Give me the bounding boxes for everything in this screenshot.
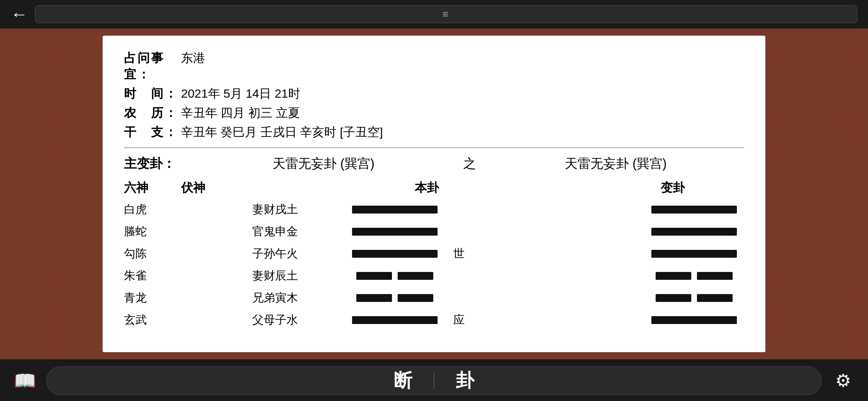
- subject-value: 东港: [181, 50, 205, 66]
- liushen-1: 白虎: [124, 202, 181, 217]
- liushen-4: 朱雀: [124, 268, 181, 284]
- solid-line: [651, 250, 737, 258]
- gua-table: 白虎 妻财戌土 螣蛇 官鬼申金: [124, 202, 744, 328]
- ganzhi-label: 干 支：: [124, 124, 181, 140]
- yao-name-5: 兄弟寅木: [252, 290, 345, 306]
- yao-name-2: 官鬼申金: [252, 224, 345, 240]
- table-row: 勾陈 子孙午火 世: [124, 246, 744, 262]
- solid-line: [352, 228, 438, 236]
- bottom-main-button[interactable]: 断 卦: [46, 366, 822, 395]
- back-button[interactable]: ←: [11, 6, 28, 23]
- broken-line: [356, 272, 433, 280]
- top-search-bar[interactable]: ≡: [35, 5, 857, 23]
- time-value: 2021年 5月 14日 21时: [181, 86, 300, 102]
- broken-line: [356, 294, 433, 302]
- zhi-label: 之: [452, 155, 487, 173]
- book-icon-glyph: 📖: [14, 370, 36, 391]
- bian-lines-5: [644, 294, 744, 302]
- duan-button-text: 断: [394, 368, 412, 393]
- bian-lines-1: [644, 206, 744, 214]
- table-row: 朱雀 妻财辰土: [124, 268, 744, 284]
- solid-line: [651, 228, 737, 236]
- info-section: 占问事宜： 东港 时 间： 2021年 5月 14日 21时 农 历： 辛丑年 …: [124, 50, 744, 140]
- solid-line: [352, 206, 438, 214]
- yao-lines-2: [345, 228, 445, 236]
- button-separator: [434, 372, 434, 390]
- broken-line: [656, 294, 733, 302]
- marker-6: 应: [445, 312, 473, 328]
- liushen-5: 青龙: [124, 290, 181, 306]
- gear-icon: ⚙: [835, 370, 851, 391]
- broken-line: [656, 272, 733, 280]
- subject-label: 占问事宜：: [124, 50, 181, 83]
- yao-lines-4: [345, 272, 445, 280]
- table-row: 白虎 妻财戌土: [124, 202, 744, 217]
- lunar-label: 农 历：: [124, 105, 181, 121]
- subject-row: 占问事宜： 东港: [124, 50, 744, 83]
- solid-line: [651, 206, 737, 214]
- liushen-3: 勾陈: [124, 246, 181, 262]
- lunar-value: 辛丑年 四月 初三 立夏: [181, 105, 300, 121]
- yao-name-3: 子孙午火: [252, 246, 345, 262]
- yao-name-1: 妻财戌土: [252, 202, 345, 217]
- divider: [124, 148, 744, 148]
- ganzhi-value: 辛丑年 癸巳月 壬戌日 辛亥时 [子丑空]: [181, 124, 383, 140]
- time-label: 时 间：: [124, 86, 181, 102]
- bian-lines-3: [644, 250, 744, 258]
- marker-3: 世: [445, 246, 473, 262]
- table-row: 螣蛇 官鬼申金: [124, 224, 744, 240]
- table-row: 玄武 父母子水 应: [124, 312, 744, 328]
- yao-lines-5: [345, 294, 445, 302]
- yao-name-4: 妻财辰土: [252, 268, 345, 284]
- lunar-row: 农 历： 辛丑年 四月 初三 立夏: [124, 105, 744, 121]
- solid-line: [352, 316, 438, 324]
- col-liushen-header: 六神: [124, 180, 181, 196]
- bian-lines-6: [644, 316, 744, 324]
- book-icon[interactable]: 📖: [11, 366, 39, 395]
- ganzhi-row: 干 支： 辛丑年 癸巳月 壬戌日 辛亥时 [子丑空]: [124, 124, 744, 140]
- gua-header: 主变卦： 天雷无妄卦 (巽宫) 之 天雷无妄卦 (巽宫): [124, 155, 744, 173]
- table-row: 青龙 兄弟寅木: [124, 290, 744, 306]
- main-card: 占问事宜： 东港 时 间： 2021年 5月 14日 21时 农 历： 辛丑年 …: [103, 36, 765, 352]
- liushen-2: 螣蛇: [124, 224, 181, 240]
- col-bengua-header: 本卦: [252, 180, 601, 196]
- yao-lines-1: [345, 206, 445, 214]
- gear-button[interactable]: ⚙: [829, 366, 857, 395]
- time-row: 时 间： 2021年 5月 14日 21时: [124, 86, 744, 102]
- gua-col-headers: 六神 伏神 本卦 变卦: [124, 180, 744, 196]
- bengua-name: 天雷无妄卦 (巽宫): [195, 155, 452, 173]
- top-bar: ← ≡: [0, 0, 868, 29]
- bian-lines-2: [644, 228, 744, 236]
- bottom-bar: 📖 断 卦 ⚙: [0, 359, 868, 401]
- gua-main-label: 主变卦：: [124, 155, 195, 173]
- col-biangua-header: 变卦: [601, 180, 744, 196]
- yao-lines-6: [345, 316, 445, 324]
- solid-line: [651, 316, 737, 324]
- solid-line: [352, 250, 438, 258]
- col-fushen-header: 伏神: [181, 180, 252, 196]
- biangua-name: 天雷无妄卦 (巽宫): [487, 155, 744, 173]
- liushen-6: 玄武: [124, 312, 181, 328]
- yao-name-6: 父母子水: [252, 312, 345, 328]
- main-content: 占问事宜： 东港 时 间： 2021年 5月 14日 21时 农 历： 辛丑年 …: [0, 29, 868, 359]
- hamburger-icon: ≡: [443, 9, 450, 20]
- yao-lines-3: [345, 250, 445, 258]
- gua-button-text: 卦: [456, 368, 474, 393]
- bian-lines-4: [644, 272, 744, 280]
